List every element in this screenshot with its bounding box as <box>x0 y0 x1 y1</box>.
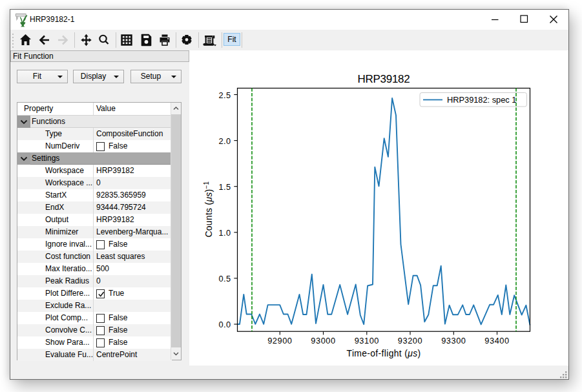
svg-text:2.0: 2.0 <box>219 136 231 145</box>
svg-text:Counts (μs)−1: Counts (μs)−1 <box>203 181 214 237</box>
svg-text:2.5: 2.5 <box>219 90 231 99</box>
svg-text:HRP39182: spec 1: HRP39182: spec 1 <box>447 95 516 105</box>
svg-text:93200: 93200 <box>398 336 422 346</box>
svg-text:93000: 93000 <box>311 336 335 346</box>
svg-text:0.0: 0.0 <box>219 320 231 329</box>
svg-text:93400: 93400 <box>484 336 509 346</box>
svg-text:1.5: 1.5 <box>219 181 231 191</box>
svg-text:Time-of-flight (μs): Time-of-flight (μs) <box>347 347 421 358</box>
svg-text:HRP39182: HRP39182 <box>358 72 410 85</box>
svg-text:1.0: 1.0 <box>219 227 231 237</box>
svg-text:0.5: 0.5 <box>219 273 231 283</box>
svg-text:92900: 92900 <box>267 336 292 346</box>
svg-text:93100: 93100 <box>355 336 379 346</box>
svg-text:93300: 93300 <box>441 336 466 346</box>
